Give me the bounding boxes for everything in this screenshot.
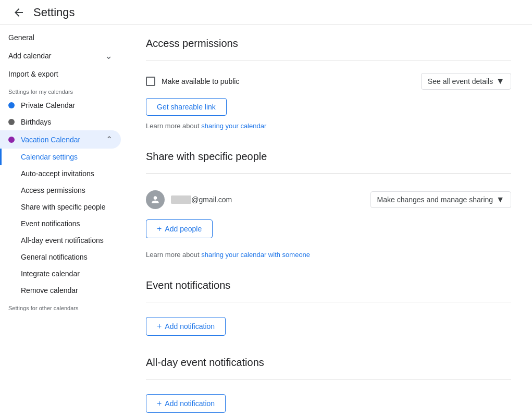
access-learn-more: Learn more about sharing your calendar (146, 122, 511, 130)
plus-icon-allday: + (157, 399, 162, 408)
sidebar-sub-item-remove-calendar[interactable]: Remove calendar (0, 282, 121, 299)
sidebar-item-birthdays[interactable]: Birthdays (0, 114, 121, 130)
header: Settings (0, 0, 532, 25)
vacation-dot (8, 137, 15, 143)
share-specific-people-section: Share with specific people ••••••••@gmai… (146, 151, 511, 259)
page-title: Settings (33, 6, 75, 19)
access-permissions-title: Access permissions (146, 38, 511, 50)
divider-share (146, 173, 511, 174)
avatar (146, 190, 165, 209)
share-learn-more: Learn more about sharing your calendar w… (146, 251, 511, 259)
birthdays-dot (8, 119, 15, 125)
allday-event-notifications-section: All-day event notifications + Add notifi… (146, 357, 511, 413)
person-row: ••••••••@gmail.com Make changes and mana… (146, 186, 511, 213)
sidebar-item-add-calendar[interactable]: Add calendar ⌄ (0, 46, 121, 66)
sharing-calendar-link[interactable]: sharing your calendar (201, 122, 266, 130)
my-calendars-section-label: Settings for my calendars (0, 82, 125, 97)
sidebar-sub-item-allday-notifications[interactable]: All-day event notifications (0, 232, 121, 249)
permission-dropdown-arrow: ▼ (496, 195, 504, 204)
add-allday-notification-button[interactable]: + Add notification (146, 394, 226, 413)
sidebar-sub-item-integrate-calendar[interactable]: Integrate calendar (0, 265, 121, 282)
person-permission-dropdown[interactable]: Make changes and manage sharing ▼ (370, 191, 511, 208)
access-permissions-section: Access permissions Make available to pub… (146, 38, 511, 130)
plus-icon-event: + (157, 322, 162, 331)
share-specific-people-title: Share with specific people (146, 151, 511, 163)
add-event-notification-button[interactable]: + Add notification (146, 317, 226, 336)
plus-icon: + (157, 224, 162, 234)
sidebar-sub-item-access-permissions[interactable]: Access permissions (0, 182, 121, 199)
sidebar: General Add calendar ⌄ Import & export S… (0, 25, 125, 416)
sidebar-sub-item-event-notifications[interactable]: Event notifications (0, 215, 121, 232)
add-people-button[interactable]: + Add people (146, 219, 213, 238)
make-public-row: Make available to public See all event d… (146, 73, 511, 90)
allday-event-notifications-title: All-day event notifications (146, 357, 511, 369)
shareable-link-btn[interactable]: Get shareable link (146, 98, 227, 116)
event-notifications-section: Event notifications + Add notification (146, 279, 511, 336)
chevron-down-icon: ⌄ (105, 50, 113, 62)
sharing-with-someone-link[interactable]: sharing your calendar with someone (201, 251, 310, 259)
layout: General Add calendar ⌄ Import & export S… (0, 25, 532, 416)
divider-access (146, 60, 511, 60)
divider-allday-notif (146, 379, 511, 380)
person-email: ••••••••@gmail.com (171, 195, 370, 204)
sidebar-sub-item-general-notifications[interactable]: General notifications (0, 249, 121, 265)
make-public-checkbox[interactable] (146, 77, 155, 86)
sidebar-sub-item-auto-accept[interactable]: Auto-accept invitations (0, 165, 121, 182)
sidebar-item-vacation-calendar[interactable]: Vacation Calendar ⌃ (0, 130, 121, 149)
sidebar-item-general[interactable]: General (0, 29, 121, 46)
see-event-details-dropdown[interactable]: See all event details ▼ (421, 73, 511, 90)
dropdown-arrow-icon: ▼ (496, 77, 504, 86)
divider-event-notif (146, 302, 511, 302)
other-calendars-section-label: Settings for other calendars (0, 299, 125, 313)
sidebar-sub-item-calendar-settings[interactable]: Calendar settings (0, 149, 121, 165)
main-content: Access permissions Make available to pub… (125, 25, 532, 416)
event-notifications-title: Event notifications (146, 279, 511, 291)
back-button[interactable] (8, 2, 29, 23)
make-public-label: Make available to public (162, 77, 421, 85)
chevron-up-icon: ⌃ (106, 134, 113, 144)
sidebar-sub-item-share-specific-people[interactable]: Share with specific people (0, 199, 121, 215)
private-calendar-dot (8, 102, 15, 108)
sidebar-item-import-export[interactable]: Import & export (0, 66, 121, 82)
sidebar-item-private-calendar[interactable]: Private Calendar (0, 97, 121, 114)
